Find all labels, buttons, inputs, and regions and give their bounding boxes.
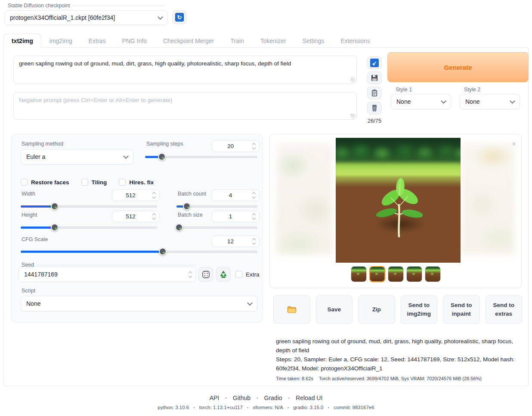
main-tabbar: txt2img img2img Extras PNG Info Checkpoi… bbox=[3, 33, 529, 48]
stepper-arrows-icon[interactable] bbox=[249, 211, 259, 222]
stepper-arrows-icon[interactable] bbox=[149, 211, 159, 222]
footer-link-github[interactable]: Github bbox=[233, 394, 251, 401]
width-slider[interactable] bbox=[21, 203, 157, 209]
cfg-scale-label: CFG Scale bbox=[22, 236, 48, 242]
send-inpaint-label: Send to inpaint bbox=[445, 301, 478, 319]
tab-txt2img[interactable]: txt2img bbox=[3, 34, 41, 48]
sampling-method-label: Sampling method bbox=[22, 141, 63, 147]
checkpoint-dropdown[interactable]: protogenX34OfficialR_1.ckpt [60fe2f34] bbox=[4, 10, 168, 25]
tab-settings[interactable]: Settings bbox=[294, 34, 333, 48]
chevron-down-icon bbox=[158, 14, 163, 20]
send-to-inpaint-button[interactable]: Send to inpaint bbox=[443, 295, 480, 324]
tab-png-info[interactable]: PNG Info bbox=[114, 34, 155, 48]
style2-dropdown[interactable]: None bbox=[460, 94, 520, 109]
generation-info: green sapling rowing out of ground, mud,… bbox=[276, 337, 522, 386]
style1-dropdown[interactable]: None bbox=[391, 94, 451, 109]
negative-prompt-input[interactable] bbox=[14, 93, 356, 119]
stepper-arrows-icon[interactable] bbox=[185, 267, 195, 282]
hires-fix-checkbox[interactable]: Hires. fix bbox=[119, 179, 154, 186]
tab-checkpoint-merger[interactable]: Checkpoint Merger bbox=[155, 34, 222, 48]
send-img2img-label: Send to img2img bbox=[403, 301, 436, 319]
tab-tokenizer[interactable]: Tokenizer bbox=[252, 34, 294, 48]
tab-extras[interactable]: Extras bbox=[80, 34, 114, 48]
open-folder-button[interactable] bbox=[273, 295, 310, 324]
checkbox-icon bbox=[81, 179, 88, 186]
checkpoint-group: Stable Diffusion checkpoint protogenX34O… bbox=[4, 3, 168, 25]
prompt-input[interactable]: green sapling rowing out of ground, mud,… bbox=[14, 56, 356, 84]
generate-button[interactable]: Generate bbox=[387, 52, 529, 82]
stepper-arrows-icon[interactable] bbox=[249, 190, 259, 201]
bullet-separator: • bbox=[328, 405, 330, 410]
slider-thumb[interactable] bbox=[51, 202, 59, 210]
slider-thumb[interactable] bbox=[159, 248, 167, 255]
send-to-img2img-button[interactable]: Send to img2img bbox=[401, 295, 438, 324]
tab-train[interactable]: Train bbox=[222, 34, 252, 48]
tiling-checkbox[interactable]: Tiling bbox=[81, 179, 107, 186]
script-dropdown[interactable]: None bbox=[21, 296, 257, 311]
result-gallery: × bbox=[269, 134, 522, 288]
send-to-extras-button[interactable]: Send to extras bbox=[486, 295, 523, 324]
footer-link-reload-ui[interactable]: Reload UI bbox=[296, 394, 322, 401]
clear-prompt-button[interactable] bbox=[367, 102, 382, 115]
gallery-thumbnail-2-selected[interactable] bbox=[369, 266, 385, 282]
batch-size-value: 1 bbox=[212, 213, 249, 220]
width-input[interactable]: 512 bbox=[112, 189, 160, 201]
bullet-separator: • bbox=[257, 396, 258, 400]
cfg-scale-slider[interactable] bbox=[21, 248, 257, 255]
checkbox-icon bbox=[119, 179, 126, 186]
checkbox-icon bbox=[235, 271, 242, 278]
gallery-thumbnail-4[interactable] bbox=[406, 266, 422, 282]
gallery-thumbnail-1[interactable] bbox=[351, 266, 367, 282]
reuse-seed-button[interactable] bbox=[216, 267, 231, 282]
folder-icon bbox=[287, 306, 297, 314]
chevron-down-icon bbox=[441, 98, 446, 104]
batch-count-input[interactable]: 4 bbox=[212, 189, 260, 201]
batch-count-slider[interactable] bbox=[176, 203, 257, 209]
stepper-arrows-icon[interactable] bbox=[249, 141, 259, 152]
batch-size-slider[interactable] bbox=[176, 224, 257, 230]
batch-size-input[interactable]: 1 bbox=[212, 211, 260, 222]
txt2img-panel: green sapling rowing out of ground, mud,… bbox=[3, 47, 529, 386]
generated-image-preview[interactable] bbox=[336, 138, 461, 263]
slider-thumb[interactable] bbox=[183, 202, 191, 210]
stepper-arrows-icon[interactable] bbox=[249, 236, 259, 247]
sampling-steps-input[interactable]: 20 bbox=[212, 140, 260, 152]
footer-link-gradio[interactable]: Gradio bbox=[264, 394, 282, 401]
sampling-method-dropdown[interactable]: Euler a bbox=[21, 149, 133, 165]
tab-extensions[interactable]: Extensions bbox=[332, 34, 378, 48]
gallery-thumbnail-5[interactable] bbox=[425, 266, 441, 282]
height-input[interactable]: 512 bbox=[112, 211, 160, 222]
stepper-arrows-icon[interactable] bbox=[149, 190, 159, 201]
footer-link-api[interactable]: API bbox=[210, 394, 220, 401]
refresh-checkpoint-button[interactable]: ↻ bbox=[172, 10, 187, 24]
label-rule bbox=[37, 265, 196, 265]
zip-button[interactable]: Zip bbox=[358, 295, 395, 324]
sampling-steps-slider[interactable] bbox=[145, 154, 257, 160]
style2-value: None bbox=[465, 98, 479, 105]
slider-thumb[interactable] bbox=[175, 224, 183, 231]
cfg-scale-input[interactable]: 12 bbox=[212, 236, 260, 247]
extra-seed-checkbox[interactable]: Extra bbox=[235, 271, 260, 278]
slider-thumb[interactable] bbox=[51, 224, 59, 231]
parameters-card: Sampling method Euler a Sampling steps 2… bbox=[11, 134, 263, 323]
random-seed-button[interactable] bbox=[198, 267, 213, 282]
clipboard-icon bbox=[371, 89, 378, 97]
gallery-faded-prev-image[interactable] bbox=[276, 143, 333, 255]
save-style-button[interactable] bbox=[367, 71, 382, 84]
info-params-text: Steps: 20, Sampler: Euler a, CFG scale: … bbox=[276, 355, 522, 373]
token-counter: 26/75 bbox=[368, 118, 382, 124]
trash-icon bbox=[371, 104, 378, 112]
seed-input[interactable]: 1441787169 bbox=[19, 267, 196, 282]
gallery-faded-next-image[interactable] bbox=[460, 143, 515, 255]
paste-generation-params-button[interactable]: ↙ bbox=[367, 56, 382, 69]
apply-style-button[interactable] bbox=[367, 87, 382, 99]
gallery-thumbnail-3[interactable] bbox=[388, 266, 404, 282]
restore-faces-checkbox[interactable]: Restore faces bbox=[21, 179, 69, 186]
bullet-separator: • bbox=[288, 405, 289, 410]
tab-img2img[interactable]: img2img bbox=[41, 34, 80, 48]
height-slider[interactable] bbox=[21, 224, 157, 230]
save-button[interactable]: Save bbox=[316, 295, 353, 324]
width-value: 512 bbox=[112, 192, 149, 199]
version-torch: torch: 1.13.1+cu117 bbox=[199, 405, 243, 410]
slider-thumb[interactable] bbox=[158, 153, 166, 161]
